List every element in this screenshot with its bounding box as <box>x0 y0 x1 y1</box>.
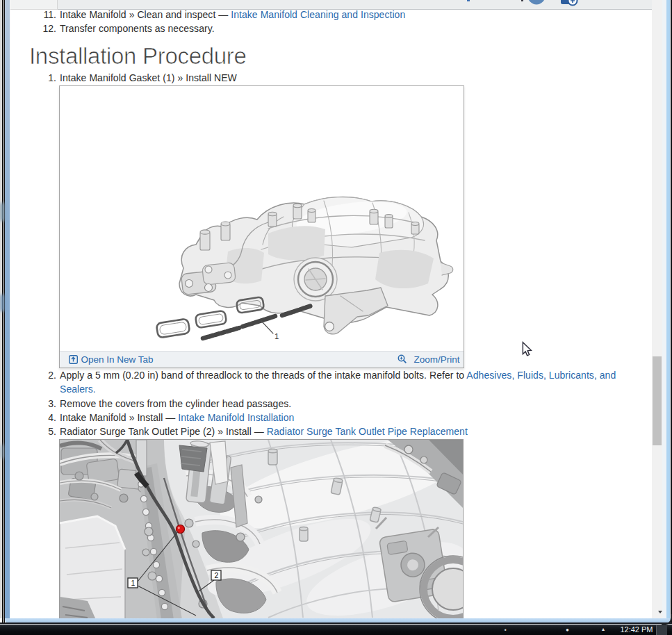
svg-text:1: 1 <box>131 579 135 587</box>
svg-text:1: 1 <box>274 332 279 340</box>
svg-text:2: 2 <box>214 571 218 579</box>
